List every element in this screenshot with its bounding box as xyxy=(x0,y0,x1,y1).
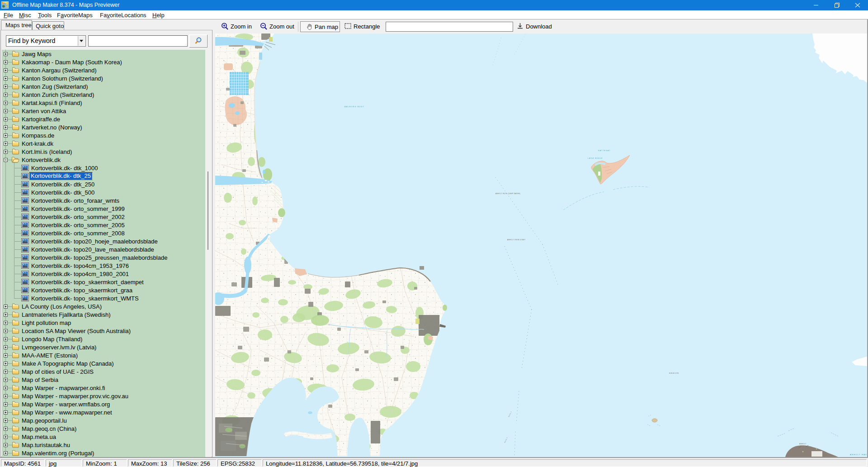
svg-text:KATTEGAT: KATTEGAT xyxy=(598,150,611,152)
svg-text:ANHOLT HAVN: ANHOLT HAVN xyxy=(850,453,867,456)
svg-text:ANHOLT KNOB DYBET: ANHOLT KNOB DYBET xyxy=(507,239,526,241)
svg-text:ANHOLT: ANHOLT xyxy=(799,443,807,445)
svg-text:AALBORG BUGT: AALBORG BUGT xyxy=(344,106,364,108)
svg-text:ANHOLT RUTE (DEEP WATER): ANHOLT RUTE (DEEP WATER) xyxy=(495,193,520,195)
svg-text:LÆSØ RENDE: LÆSØ RENDE xyxy=(588,157,603,159)
svg-text:HJELM DYB: HJELM DYB xyxy=(669,372,679,374)
